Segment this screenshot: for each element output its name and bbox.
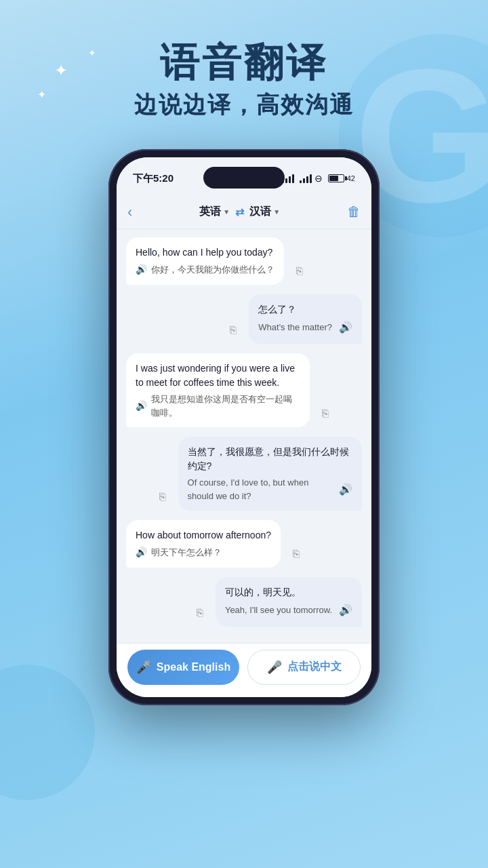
phone-mockup: 下午5:20 ⊖ bbox=[108, 149, 380, 705]
bottom-bar: 🎤 Speak English 🎤 点击说中文 bbox=[117, 643, 371, 697]
message-row: 可以的，明天见。Yeah, I'll see you tomorrow.🔊⎘ bbox=[126, 577, 362, 627]
translated-text: 🔊我只是想知道你这周是否有空一起喝咖啡。 bbox=[136, 393, 300, 419]
original-text: 可以的，明天见。 bbox=[225, 585, 352, 599]
translated-text: What's the matter?🔊 bbox=[258, 319, 352, 336]
translated-text: Of course, I'd love to, but when should … bbox=[188, 476, 352, 502]
nav-center: 英语 ▼ ⇄ 汉语 ▼ bbox=[199, 205, 280, 219]
delete-button[interactable]: 🗑 bbox=[347, 204, 361, 220]
translated-text: 🔊你好，今天我能为你做些什么？ bbox=[136, 262, 274, 277]
bg-decoration-2 bbox=[0, 665, 95, 800]
original-text: 怎么了？ bbox=[258, 302, 352, 317]
chat-bubble: How about tomorrow afternoon?🔊明天下午怎么样？⎘ bbox=[126, 520, 281, 568]
lang-right-label: 汉语 bbox=[249, 205, 271, 219]
phone-outer: 下午5:20 ⊖ bbox=[108, 149, 380, 705]
signal-icon-2 bbox=[300, 174, 312, 183]
chat-bubble: 可以的，明天见。Yeah, I'll see you tomorrow.🔊⎘ bbox=[216, 577, 362, 627]
original-text: How about tomorrow afternoon? bbox=[136, 528, 271, 542]
translation-content: Of course, I'd love to, but when should … bbox=[188, 476, 332, 502]
original-text: 当然了，我很愿意，但是我们什么时候约定? bbox=[188, 445, 352, 473]
mic-icon-chinese: 🎤 bbox=[267, 660, 282, 675]
speaker-icon[interactable]: 🔊 bbox=[136, 262, 147, 277]
translated-text: Yeah, I'll see you tomorrow.🔊 bbox=[225, 602, 352, 618]
speak-english-button[interactable]: 🎤 Speak English bbox=[127, 650, 239, 685]
translated-text: 🔊明天下午怎么样？ bbox=[136, 545, 271, 559]
status-time: 下午5:20 bbox=[133, 172, 174, 185]
chat-bubble: 当然了，我很愿意，但是我们什么时候约定?Of course, I'd love … bbox=[178, 437, 362, 511]
nav-bar: ‹ 英语 ▼ ⇄ 汉语 ▼ 🗑 bbox=[117, 195, 371, 229]
message-row: Hello, how can I help you today?🔊你好，今天我能… bbox=[126, 237, 362, 285]
sub-title: 边说边译，高效沟通 bbox=[0, 90, 488, 121]
phone-inner: 下午5:20 ⊖ bbox=[117, 157, 371, 697]
speak-english-label: Speak English bbox=[157, 661, 230, 673]
translation-content: What's the matter? bbox=[258, 321, 332, 334]
copy-button[interactable]: ⎘ bbox=[322, 406, 329, 422]
lang-right-selector[interactable]: 汉语 ▼ bbox=[249, 205, 280, 219]
copy-button[interactable]: ⎘ bbox=[296, 263, 303, 279]
battery-icon bbox=[328, 174, 344, 182]
chat-bubble: 怎么了？What's the matter?🔊⎘ bbox=[249, 294, 362, 344]
battery-level: 42 bbox=[347, 174, 355, 182]
translation-content: Yeah, I'll see you tomorrow. bbox=[225, 604, 332, 617]
copy-button[interactable]: ⎘ bbox=[197, 605, 203, 621]
mic-icon-english: 🎤 bbox=[136, 660, 151, 675]
speak-chinese-button[interactable]: 🎤 点击说中文 bbox=[247, 650, 361, 685]
original-text: I was just wondering if you were a live … bbox=[136, 361, 300, 390]
chat-bubble: I was just wondering if you were a live … bbox=[126, 353, 310, 427]
speaker-icon[interactable]: 🔊 bbox=[136, 545, 147, 559]
speaker-icon[interactable]: 🔊 bbox=[136, 399, 147, 413]
message-row: 怎么了？What's the matter?🔊⎘ bbox=[126, 294, 362, 344]
translation-content: 明天下午怎么样？ bbox=[151, 546, 222, 559]
speaker-icon[interactable]: 🔊 bbox=[339, 319, 352, 336]
wifi-icon: ⊖ bbox=[314, 173, 323, 184]
lang-right-arrow: ▼ bbox=[273, 208, 280, 216]
copy-button[interactable]: ⎘ bbox=[159, 489, 166, 505]
main-title: 语音翻译 bbox=[0, 41, 488, 84]
speaker-icon[interactable]: 🔊 bbox=[339, 602, 352, 618]
chat-bubble: Hello, how can I help you today?🔊你好，今天我能… bbox=[126, 237, 284, 285]
message-row: How about tomorrow afternoon?🔊明天下午怎么样？⎘ bbox=[126, 520, 362, 568]
speaker-icon[interactable]: 🔊 bbox=[339, 481, 352, 498]
lang-left-arrow: ▼ bbox=[223, 208, 230, 216]
message-row: I was just wondering if you were a live … bbox=[126, 353, 362, 427]
translation-content: 你好，今天我能为你做些什么？ bbox=[151, 263, 274, 277]
swap-language-button[interactable]: ⇄ bbox=[235, 205, 244, 218]
speak-chinese-label: 点击说中文 bbox=[287, 660, 342, 674]
dynamic-island bbox=[203, 167, 285, 189]
back-button[interactable]: ‹ bbox=[127, 203, 132, 221]
copy-button[interactable]: ⎘ bbox=[293, 546, 300, 562]
status-icons: ⊖ 42 bbox=[282, 173, 355, 184]
lang-left-selector[interactable]: 英语 ▼ bbox=[199, 205, 230, 219]
translation-content: 我只是想知道你这周是否有空一起喝咖啡。 bbox=[151, 393, 300, 419]
original-text: Hello, how can I help you today? bbox=[136, 245, 274, 260]
message-row: 当然了，我很愿意，但是我们什么时候约定?Of course, I'd love … bbox=[126, 437, 362, 511]
chat-area: Hello, how can I help you today?🔊你好，今天我能… bbox=[117, 229, 371, 643]
copy-button[interactable]: ⎘ bbox=[230, 322, 237, 338]
lang-left-label: 英语 bbox=[199, 205, 221, 219]
header-area: 语音翻译 边说边译，高效沟通 bbox=[0, 41, 488, 121]
